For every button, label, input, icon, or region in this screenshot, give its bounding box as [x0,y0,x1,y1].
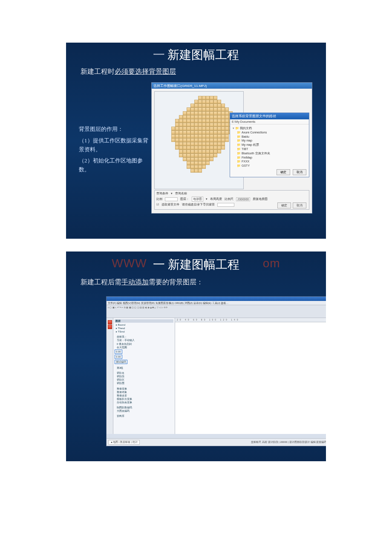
file-chooser-tree: 📁我的文档 📁Axure Connections 📁Baidu 📁My map … [230,124,309,170]
tree-item[interactable]: ▸ TSmd [115,330,173,333]
scale-input[interactable] [165,197,178,201]
app-statusbar: ▲地图 | 数据标签 | 统计 坐标标尺 高程 设计阶段 | 20000 | 设… [107,438,326,446]
lbl-query-cond: 查询条件 [156,191,168,196]
file-chooser-path: E:\My Documents [230,119,309,124]
app-canvas[interactable]: 20 40 60 80 100 120 140 [175,318,326,434]
panel-group: 第3组 [115,366,173,370]
lbl-select-hint: 请在磁盘目录下寻找背景 [182,202,215,207]
app-left-panel: 图层 ▸ Bound ▸ Thesd ▸ TSmd 坐标系： 当前：手动输入 0… [113,318,175,434]
dialog-buttons: 确定 取消 [277,202,306,208]
panel-header: 图层 [115,319,173,323]
tool-icon[interactable] [108,325,112,329]
panel-item[interactable]: 大图点编码 [117,409,173,413]
layer-select[interactable]: 地形图 [192,197,203,202]
title-dash: 一 [153,48,165,61]
panel-group: 制图阶数编码 大图点编码 [115,406,173,413]
slide-2: WWW om 一 新建图幅工程 新建工程后需手动添加需要的背景图层： 文件(F)… [66,251,326,461]
lbl-geomap: 质版地质图 [253,197,268,201]
slide1-body: 背景图层的作用： （1）提供工作区数据采集背景资料。 （2）初始化工作区地图参数… [66,82,326,214]
panel-item[interactable]: 评阶名 [117,371,173,375]
panel-item[interactable]: 第3组 [117,366,173,370]
cancel-button[interactable]: 取消 [293,169,306,175]
tree-item[interactable]: 📁TIBT [233,147,306,151]
file-chooser-title: 选择系统背景图层文件的路径 [230,113,309,119]
cancel-button[interactable]: 取消 [293,202,306,208]
left-p1: （1）提供工作区数据采集背景资料。 [79,136,151,154]
panel-group: 整体变换 整体对象 整体改变 模板阶次变换 自动加点变换 [115,387,173,404]
panel-item[interactable]: 评阶面 [117,382,173,385]
file-chooser-dialog: 选择系统背景图层文件的路径 E:\My Documents 📁我的文档 📁Axu… [230,113,309,177]
subtitle-suffix: 需要的背景图层： [149,278,203,286]
panel-item[interactable]: 模板阶次变换 [117,397,173,401]
tree-item[interactable]: 📁My map 机票 [233,143,306,147]
status-left[interactable]: ▲地图 | 数据标签 | 统计 [108,440,140,445]
subtitle-prefix: 新建工程时 [81,68,115,75]
lbl-layer: 图层： [180,197,189,201]
panel-item[interactable]: 评阶段 [117,375,173,378]
panel-val: 0 值点信息到 [117,342,173,346]
app-screenshot: 文件(F) 编辑 视图(V)管理(M) 资源管理(R) 矢量图层 影像(I) O… [106,296,326,446]
panel-item[interactable]: 制图阶数编码 [117,406,173,409]
panel-group: 资料库 [115,414,173,418]
subtitle-underline: 必须要选择背景图层 [115,68,176,75]
slide1-left-col: 背景图层的作用： （1）提供工作区数据采集背景资料。 （2）初始化工作区地图参数… [79,82,151,214]
app-menubar[interactable]: 文件(F) 编辑 视图(V)管理(M) 资源管理(R) 矢量图层 影像(I) O… [107,301,326,305]
bg-path-input[interactable] [217,203,234,207]
map-grid [167,96,236,181]
lbl-scale: 比例 [156,197,162,201]
tree-item[interactable]: 📁My map [233,139,306,143]
confirm-button[interactable]: 确定 [277,202,291,208]
tree-root[interactable]: 📁我的文档 [233,127,252,130]
slide2-title-wrap: WWW om 一 新建图幅工程 [66,251,326,276]
panel-val: 在大范围 [117,346,173,349]
app-toolbars[interactable]: □ ▢ ▣ ⎌ ↶ ↷ ✂ ⧉ ▦ ▩ ◫ ◱ ◲ ▤ ▥ ◐ ◑ ◒ ◓ △ … [107,305,326,318]
app-body: 图层 ▸ Bound ▸ Thesd ▸ TSmd 坐标系： 当前：手动输入 0… [107,318,326,434]
slide2-title: 一 新建图幅工程 [66,257,326,276]
panel-item[interactable]: 整体改变 [117,394,173,397]
sel-val[interactable]: 0.00 [115,355,122,359]
panel-group: 评阶名 评阶段 评阶区 评阶面 [115,371,173,385]
tree-item[interactable]: ▸ Bound [115,323,173,327]
app-titlebar [107,297,326,301]
panel-val: 当前：手动输入 [117,338,173,342]
subtitle-prefix: 新建工程后需 [81,278,121,286]
lbl-layout-h: 布局高度 [210,197,222,201]
panel-item[interactable]: 整体变换 [117,387,173,390]
panel-group: 坐标系： 当前：手动输入 0 值点信息到 在大范围 [115,335,173,349]
slide-1: 一新建图幅工程 新建工程时必须要选择背景图层 背景图层的作用： （1）提供工作区… [66,43,326,239]
left-heading: 背景图层的作用： [79,125,151,134]
tree-item[interactable]: 📁GSTY [233,164,306,168]
tree-item[interactable]: 📁Bluetooth 交换文件夹 [233,151,306,156]
tree-item[interactable]: 📁Baidu [233,135,306,139]
subtitle-underline: 手动添加 [121,278,149,286]
panel-item[interactable]: 资料库 [117,414,173,418]
dialog-titlebar: 选择工作图幅窗口(GRID5_11.MPJ) [152,83,312,89]
tree-item[interactable]: 📁FinlMap [233,156,306,160]
tool-icon[interactable] [108,320,112,324]
scale-value[interactable]: 2000000 [236,197,250,201]
slide2-subtitle: 新建工程后需手动添加需要的背景图层： [66,276,326,293]
status-right: 坐标标尺 高程 设计阶段 | 20000 | 设计图形阶段设计 编辑 设置编码 … [251,440,326,444]
tree-item[interactable]: ▸ Thesd [115,327,173,330]
sel-val[interactable]: 0.00 [115,350,122,354]
lbl-select-bg: 选取背景文件 [161,202,179,207]
dialog-bottom-panel: 查询条件 ▾ 查询名称 比例 图层： 地形图 ▾ 布局高度 比例尺 200000… [154,190,309,210]
panel-item[interactable]: 评阶区 [117,378,173,382]
lbl-scale2: 比例尺 [225,197,233,201]
title-text: 新建图幅工程 [167,48,239,61]
slide1-title: 一新建图幅工程 [66,43,326,66]
screenshot-dialog: 选择工作图幅窗口(GRID5_11.MPJ) 选择系统背景图层文件的路径 E:\… [151,82,312,214]
panel-item[interactable]: 自动加点变换 [117,401,173,404]
tree-item[interactable]: 📁Axure Connections [233,130,306,135]
ok-button[interactable]: 确定 [277,169,290,175]
slide1-subtitle: 新建工程时必须要选择背景图层 [66,66,326,82]
panel-val: 坐标系： [117,335,173,338]
sel-val[interactable]: 测试编码 [115,360,127,364]
canvas-ruler: 20 40 60 80 100 120 140 [175,318,326,322]
app-left-strip [107,318,113,434]
left-p2: （2）初始化工作区地图参数。 [79,156,151,174]
lbl-query-name: 查询名称 [175,191,187,196]
tree-item[interactable]: 📁FXXX [233,159,306,164]
panel-item[interactable]: 整体对象 [117,390,173,394]
file-chooser-buttons: 确定 取消 [277,169,306,175]
